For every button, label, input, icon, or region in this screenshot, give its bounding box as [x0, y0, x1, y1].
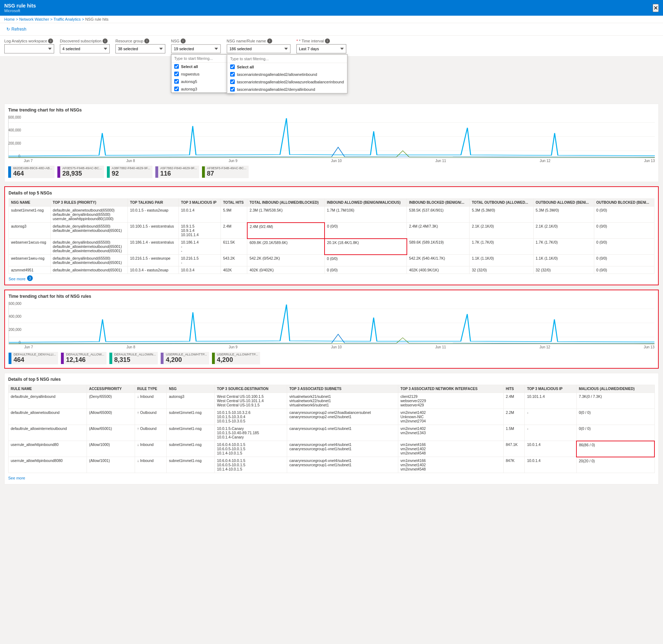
nsg-table-cell: 2.1K (2.1K/0) — [533, 223, 594, 239]
title-bar: NSG rule hits Microsoft ✕ — [0, 0, 663, 16]
nsg-chart-x-labels: Jun 7 Jun 8 Jun 9 Jun 10 Jun 11 Jun 12 J… — [24, 158, 655, 163]
nsg-table-cell: 10.100.1.5 - westcentralus — [128, 223, 179, 239]
nsg-table-cell: 1.7K (1.7K/0) — [533, 239, 594, 255]
nsg-table-cell: 611.5K — [221, 239, 247, 255]
nsg-table-cell: 2.4M (2.4M/7.3K) — [407, 223, 470, 239]
rule-metric-1: DEFAULTRULE_ALLOW... 12,146 — [61, 352, 106, 364]
info-icon-time-interval: i — [325, 38, 330, 43]
filter-time-interval: * * Time interval i Last 7 days — [296, 38, 346, 53]
nsg-dropdown[interactable]: 19 selected — [171, 44, 221, 53]
resource-group-dropdown[interactable]: 38 selected — [115, 44, 165, 53]
rules-see-more[interactable]: See more — [8, 474, 655, 481]
nsg-item-autonsg5[interactable]: autonsg5 — [171, 78, 235, 85]
rules-table-cell: 2.2M — [503, 409, 525, 425]
rules-table-cell: vm2invnet1402 vm2invnet1343 — [398, 425, 503, 441]
rule-item-allowazureloadbalancer[interactable]: tascenariotestnsgallenabled2/allowazurel… — [227, 78, 347, 85]
metric-2: A38F7882-F840-4629-9F... 92 — [107, 166, 152, 178]
rules-table-cell: userrule_allowhttpinbound8080 — [9, 457, 87, 473]
rule-select-all[interactable]: Select all — [227, 63, 347, 71]
col2-source-dest: TOP 3 SOURCE-DESTINATION — [215, 385, 287, 393]
nsg-see-more[interactable]: See more 3 — [9, 275, 654, 281]
nsg-rules-chart-x-labels: Jun 7 Jun 8 Jun 9 Jun 10 Jun 11 Jun 12 J… — [24, 344, 654, 350]
metric-0: 662DEA89-89C6-48D-AB... 464 — [8, 166, 55, 178]
nsg-table-cell: 0 (0/0) — [594, 207, 654, 223]
col-nsg-name: NSG NAME — [9, 199, 51, 207]
rule-dropdown-panel: Select all tascenariotestnsgallenabled2/… — [227, 54, 348, 94]
time-interval-dropdown[interactable]: Last 7 days — [296, 44, 346, 53]
metric-color-1 — [57, 166, 60, 178]
rules-table-cell: 1.5M — [503, 425, 525, 441]
nsg-search-input[interactable] — [171, 54, 235, 63]
subscription-dropdown[interactable]: 4 selected — [60, 44, 110, 53]
rules-table-cell: 0(0 / 0) — [576, 409, 654, 425]
breadcrumb-traffic-analytics[interactable]: Traffic Analytics — [53, 17, 81, 21]
col-total-outbound: TOTAL OUTBOUND (ALLOWED... — [470, 199, 533, 207]
nsg-table-cell: 0 (0/0) — [325, 223, 407, 239]
nsg-chart-area — [8, 115, 655, 158]
rules-table-cell: canaryresourcegroup2-vnet2/loadbalancers… — [287, 409, 398, 425]
nsg-item-autonsg3[interactable]: autonsg3 — [171, 85, 235, 93]
nsg-table-cell: defaultrule_allowinternetoutbound(65001) — [51, 266, 128, 274]
nsg-table-section: Details of top 5 NSGs NSG NAME TOP 3 RUL… — [4, 186, 659, 285]
rules-table-cell: virtualnetwork21/subnet1 virtualnetwork2… — [287, 393, 398, 409]
nsg-table-row: azsmnet4951defaultrule_allowinternetoutb… — [9, 266, 654, 274]
rule-metric-3: USERRULE_ALLOWHTTP... 4,200 — [161, 352, 209, 364]
nsg-table-cell: 10.0.3.4 - eastus2euap — [128, 266, 179, 274]
nsg-table-cell: 10.0.1.5 - eastus2euap — [128, 207, 179, 223]
col2-nsg: NSG — [167, 385, 215, 393]
nsg-rule-dropdown[interactable]: 186 selected — [227, 44, 291, 53]
nsg-rules-table-wrapper: RULE NAME ACCESS/PRIORITY RULE TYPE NSG … — [8, 385, 655, 473]
nsg-select-all-checkbox[interactable] — [174, 64, 179, 69]
nsg-metrics: 662DEA89-89C6-48D-AB... 464 AF0E575-F94B… — [8, 166, 655, 178]
rule-metric-color-0 — [9, 353, 11, 364]
col2-malicious: MALICIOUS (ALLOWED/DENIED) — [576, 385, 654, 393]
rules-table-cell: (Allow/1001) — [87, 457, 135, 473]
rules-table-cell: (Allow/65001) — [87, 425, 135, 441]
nsg-rules-chart-svg — [9, 302, 654, 344]
rules-table-cell: 10.0.1.4 — [525, 457, 576, 473]
nsg-table-cell: defaultrule_denyallinbound(65500) defaul… — [51, 223, 128, 239]
rules-table-cell: - — [525, 425, 576, 441]
col-inbound-blocked: INBOUND BLOCKED (BENIGN/... — [407, 199, 470, 207]
rules-table-cell: 20(20 / 0) — [576, 457, 654, 473]
col-top-rules: TOP 3 RULES (PRIORITY) — [51, 199, 128, 207]
col-malicious-ip: TOP 3 MALICIOUS IP — [178, 199, 221, 207]
nsg-table-cell: webserver1wcus-nsg — [9, 239, 51, 255]
rule-item-denyallinbound[interactable]: tascenariotestnsgallenabled2/denyallinbo… — [227, 85, 347, 93]
nsg-rules-table-section: Details of top 5 NSG rules RULE NAME ACC… — [4, 373, 659, 484]
rules-table-cell: ↓ Inbound — [135, 441, 167, 457]
rules-table-cell: 10.0.1.5-10.10.3.2.6 10.0.1.5-10.3.0.4 1… — [215, 409, 287, 425]
breadcrumb-network-watcher[interactable]: Network Watcher — [19, 17, 49, 21]
rule-item-allownetinbound[interactable]: tascenariotestnsgallenabled2/allownetinb… — [227, 71, 347, 78]
metric-4: AF9E5F5-F34B-49AC-BC... 87 — [202, 166, 249, 178]
nsg-table-cell: 543.2K — [221, 255, 247, 266]
rules-table-cell: ↑ Outbound — [135, 409, 167, 425]
nsg-table-cell: 542.2K (0/542.2K) — [247, 255, 325, 266]
col-total-hits: TOTAL HITS — [221, 199, 247, 207]
rule-metric-0: DEFAULTRULE_DENYALLI... 464 — [9, 352, 58, 364]
col-outbound-allowed: OUTBOUND ALLOWED (BENI... — [533, 199, 594, 207]
rule-select-all-checkbox[interactable] — [230, 64, 235, 69]
close-button[interactable]: ✕ — [653, 4, 659, 12]
log-analytics-dropdown[interactable] — [4, 44, 54, 53]
refresh-button[interactable]: ↻ Refresh — [4, 25, 29, 33]
rules-table-cell: (Deny/65500) — [87, 393, 135, 409]
rules-table-cell: vm2invnet1402 Unknown-NIC vm2invnet2704 — [398, 409, 503, 425]
col2-subnets: TOP 3 ASSOCIATED SUBNETS — [287, 385, 398, 393]
nsg-chart-outer: 600,000 400,000 200,000 0 — [8, 115, 655, 163]
nsg-table-cell: 5.9M — [221, 207, 247, 223]
filter-nsg: NSG i 19 selected Select all nsgwestus a… — [171, 38, 221, 53]
nsg-select-all[interactable]: Select all — [171, 63, 235, 70]
rules-table-cell: client2129 webserver2229 webserver429 — [398, 393, 503, 409]
nsg-table-cell: 609.8K (20.1K/589.6K) — [247, 239, 325, 255]
metric-color-4 — [202, 166, 205, 178]
nsg-table-cell: defaultrule_allownetoutbound(65000) defa… — [51, 207, 128, 223]
nsg-item-nsgwestus[interactable]: nsgwestus — [171, 70, 235, 78]
nsg-rules-chart-section: Time trending chart for hits of NSG rule… — [4, 290, 659, 369]
breadcrumb-home[interactable]: Home — [4, 17, 15, 21]
nsg-table-cell: 402K — [221, 266, 247, 274]
rule-search-input[interactable] — [227, 55, 347, 63]
rules-table-cell: 10.6.0.4-10.0.1.5 10.6.0.5-10.0.1.5 10.1… — [215, 441, 287, 457]
nsg-table-row: subnet1invnet1-nsgdefaultrule_allownetou… — [9, 207, 654, 223]
nsg-table-cell: subnet1invnet1-nsg — [9, 207, 51, 223]
